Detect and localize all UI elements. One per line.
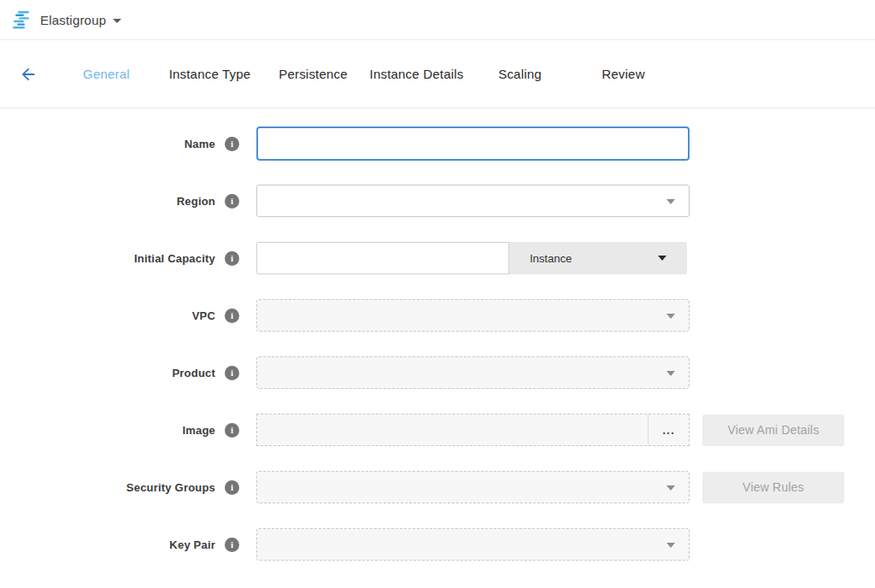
- security-groups-label: Security Groups: [0, 481, 215, 494]
- tab-review[interactable]: Review: [572, 67, 675, 81]
- name-row: Name i: [0, 126, 875, 161]
- image-browse-button[interactable]: ...: [649, 415, 689, 445]
- view-rules-button[interactable]: View Rules: [702, 472, 844, 503]
- view-ami-details-button[interactable]: View Ami Details: [702, 415, 844, 446]
- tab-general[interactable]: General: [55, 67, 158, 81]
- vpc-label: VPC: [0, 309, 215, 322]
- key-pair-select: [256, 528, 690, 561]
- app-title: Elastigroup: [40, 13, 106, 27]
- tab-instance-type[interactable]: Instance Type: [158, 67, 261, 81]
- arrow-left-icon: [19, 65, 38, 84]
- info-icon[interactable]: i: [225, 480, 239, 495]
- chevron-down-icon: [658, 256, 667, 261]
- info-icon[interactable]: i: [225, 538, 239, 552]
- info-icon[interactable]: i: [225, 251, 239, 266]
- info-icon[interactable]: i: [225, 366, 239, 380]
- top-bar: Elastigroup: [0, 0, 875, 40]
- name-input[interactable]: [256, 126, 690, 161]
- product-label: Product: [0, 367, 215, 379]
- elastigroup-logo-icon: [12, 10, 32, 30]
- initial-capacity-row: Initial Capacity i Instance: [0, 241, 875, 275]
- product-row: Product i: [0, 356, 875, 390]
- chevron-down-icon: [667, 543, 675, 548]
- region-row: Region i: [0, 184, 875, 218]
- tab-instance-details[interactable]: Instance Details: [365, 67, 468, 81]
- initial-capacity-label: Initial Capacity: [0, 252, 215, 265]
- name-label: Name: [0, 138, 215, 150]
- capacity-unit-select[interactable]: Instance: [509, 242, 687, 274]
- tab-scaling[interactable]: Scaling: [468, 67, 572, 81]
- info-icon[interactable]: i: [225, 309, 239, 323]
- image-field: ...: [256, 414, 690, 446]
- info-icon[interactable]: i: [225, 423, 239, 438]
- tab-persistence[interactable]: Persistence: [261, 67, 365, 81]
- chevron-down-icon: [667, 199, 675, 204]
- key-pair-row: Key Pair i: [0, 527, 875, 562]
- chevron-down-icon: [113, 19, 121, 23]
- wizard-nav: General Instance Type Persistence Instan…: [0, 40, 875, 109]
- back-button[interactable]: [17, 63, 39, 85]
- chevron-down-icon: [667, 371, 675, 376]
- general-settings-form: Name i Region i Initial Capacity i Insta…: [0, 109, 875, 562]
- info-icon[interactable]: i: [225, 194, 239, 209]
- chevron-down-icon: [667, 485, 675, 491]
- key-pair-label: Key Pair: [0, 538, 215, 551]
- tab-list: General Instance Type Persistence Instan…: [55, 67, 675, 81]
- image-label: Image: [0, 424, 215, 437]
- region-select[interactable]: [256, 185, 690, 217]
- security-groups-row: Security Groups i View Rules: [0, 470, 875, 504]
- initial-capacity-input[interactable]: [256, 242, 509, 274]
- capacity-unit-value: Instance: [530, 252, 572, 265]
- image-row: Image i ... View Ami Details: [0, 413, 875, 447]
- region-label: Region: [0, 195, 215, 208]
- info-icon[interactable]: i: [225, 137, 239, 151]
- security-groups-select: [256, 471, 690, 503]
- product-select: [256, 356, 690, 389]
- app-switcher[interactable]: Elastigroup: [40, 13, 121, 27]
- vpc-row: VPC i: [0, 298, 875, 332]
- vpc-select: [256, 299, 690, 332]
- chevron-down-icon: [667, 314, 675, 319]
- image-input: [257, 415, 649, 445]
